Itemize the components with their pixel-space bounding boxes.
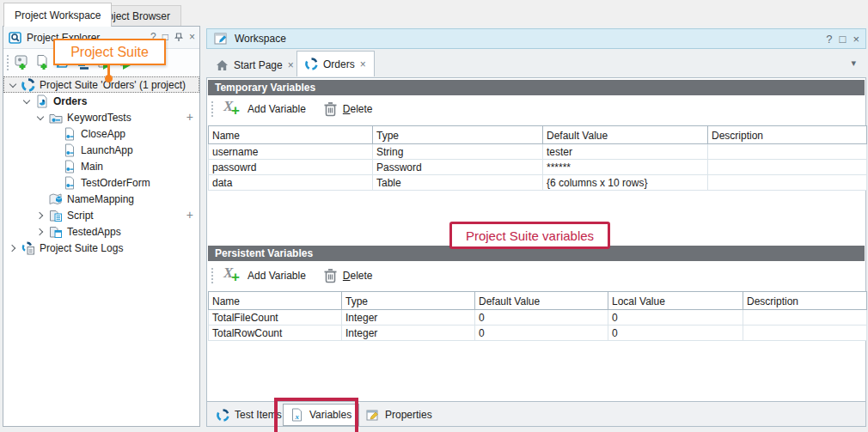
- column-header-default-value[interactable]: Default Value: [543, 126, 708, 144]
- workspace-maximize-icon[interactable]: □: [840, 33, 847, 46]
- project-suite-callout-dot: [105, 75, 113, 82]
- delete-icon[interactable]: [323, 268, 338, 283]
- cell-default-value[interactable]: 0: [475, 326, 608, 341]
- cell-type[interactable]: Table: [373, 175, 543, 191]
- tab-start-page[interactable]: Start Page ×: [208, 54, 302, 76]
- tree-item-closeapp[interactable]: CloseApp: [3, 125, 199, 142]
- add-variable-button[interactable]: Add Variable: [248, 270, 306, 282]
- cell-name[interactable]: passowrd: [209, 160, 373, 175]
- cell-name[interactable]: TotalRowCount: [209, 326, 342, 341]
- table-row[interactable]: data Table {6 columns x 10 rows}: [209, 175, 867, 191]
- test-items-icon: [217, 409, 229, 422]
- tree-item-main[interactable]: Main: [3, 158, 199, 174]
- expand-chevron-icon[interactable]: [34, 226, 46, 238]
- add-child-button[interactable]: +: [186, 209, 193, 221]
- expand-chevron-icon[interactable]: [7, 242, 19, 254]
- cell-description[interactable]: [708, 144, 867, 160]
- collapse-chevron-icon[interactable]: [21, 95, 33, 107]
- tree-item-keywordtests[interactable]: KeywordTests +: [3, 109, 199, 125]
- expand-chevron-icon[interactable]: [34, 210, 46, 222]
- table-row[interactable]: username String tester: [209, 144, 867, 160]
- cell-type[interactable]: String: [373, 144, 543, 160]
- cell-default-value[interactable]: tester: [543, 144, 708, 160]
- add-project-button[interactable]: [33, 52, 53, 73]
- tree-item-label: Project Suite Logs: [38, 242, 123, 254]
- main-tab-bar: Project Workspace Object Browser: [0, 0, 868, 26]
- toolbar-drag-handle[interactable]: [7, 55, 9, 70]
- keyword-test-icon: [63, 127, 76, 141]
- table-row[interactable]: passowrd Password ******: [209, 160, 867, 175]
- tree-item-project-suite-logs[interactable]: Project Suite Logs: [3, 240, 199, 256]
- workspace-icon: [214, 33, 228, 46]
- keyword-test-icon: [63, 160, 76, 173]
- tree-item-label: Main: [79, 161, 103, 173]
- properties-icon: [366, 409, 380, 422]
- temporary-variables-toolbar: X+ Add Variable Delete: [208, 95, 865, 123]
- cell-default-value[interactable]: {6 columns x 10 rows}: [543, 175, 708, 191]
- cell-name[interactable]: TotalFileCount: [209, 310, 342, 326]
- cell-type[interactable]: Integer: [342, 326, 475, 341]
- persistent-variables-title: Persistent Variables: [215, 247, 313, 259]
- column-header-default-value[interactable]: Default Value: [475, 292, 608, 310]
- tree-item-script[interactable]: Script +: [3, 207, 199, 223]
- add-variable-button[interactable]: Add Variable: [248, 103, 306, 115]
- delete-icon[interactable]: [323, 101, 338, 117]
- add-child-button[interactable]: +: [186, 111, 193, 123]
- tree-item-namemapping[interactable]: NameMapping: [3, 191, 199, 207]
- toolbar-drag-handle[interactable]: [211, 268, 213, 283]
- tree-item-label: Orders: [52, 95, 87, 107]
- tab-list-dropdown-icon[interactable]: ▾: [851, 58, 856, 69]
- tab-close-icon[interactable]: ×: [360, 58, 366, 70]
- collapse-chevron-icon[interactable]: [7, 79, 19, 91]
- tab-properties[interactable]: Properties: [359, 405, 439, 424]
- tab-project-workspace[interactable]: Project Workspace: [3, 3, 112, 27]
- keyword-test-icon: [63, 176, 76, 190]
- tree-item-testedapps[interactable]: TestedApps: [3, 223, 199, 240]
- cell-default-value[interactable]: ******: [543, 160, 708, 175]
- workspace-help-icon[interactable]: ?: [826, 33, 832, 46]
- tab-orders[interactable]: Orders ×: [296, 51, 375, 76]
- tree-item-label: NameMapping: [65, 193, 134, 205]
- toolbar-drag-handle[interactable]: [211, 101, 213, 117]
- tree-item-orders-project[interactable]: Orders: [3, 93, 199, 109]
- cell-local-value[interactable]: 0: [608, 310, 743, 326]
- delete-button[interactable]: Delete: [343, 270, 373, 282]
- cell-type[interactable]: Password: [373, 160, 543, 175]
- tree-item-project-suite[interactable]: Project Suite 'Orders' (1 project): [3, 76, 199, 93]
- column-header-description[interactable]: Description: [708, 126, 867, 144]
- cell-default-value[interactable]: 0: [475, 310, 608, 326]
- tree-item-launchapp[interactable]: LaunchApp: [3, 142, 199, 158]
- add-project-suite-button[interactable]: [12, 52, 33, 73]
- tab-close-icon[interactable]: ×: [288, 59, 294, 71]
- column-header-name[interactable]: Name: [209, 126, 373, 144]
- cell-local-value[interactable]: 0: [608, 326, 743, 341]
- cell-description[interactable]: [743, 310, 867, 326]
- panel-close-icon[interactable]: ×: [189, 31, 195, 43]
- cell-type[interactable]: Integer: [342, 310, 475, 326]
- add-variable-icon[interactable]: X+: [222, 267, 242, 284]
- cell-name[interactable]: data: [209, 175, 373, 191]
- project-explorer-panel: Project Explorer ? □ × ▾: [3, 26, 200, 427]
- cell-description[interactable]: [743, 326, 867, 341]
- tree-item-testorderform[interactable]: TestOrderForm: [3, 174, 199, 191]
- table-row[interactable]: TotalFileCount Integer 0 0: [209, 310, 867, 326]
- workspace-close-icon[interactable]: ×: [853, 33, 859, 46]
- panel-pin-icon[interactable]: [174, 33, 183, 42]
- variables-tab-highlight-box: [274, 398, 358, 432]
- table-row[interactable]: TotalRowCount Integer 0 0: [209, 326, 867, 341]
- column-header-description[interactable]: Description: [743, 292, 867, 310]
- cell-description[interactable]: [708, 175, 867, 191]
- workspace-panel: Workspace ? □ × Start Page × Orders × ▾ …: [204, 26, 868, 427]
- column-header-type[interactable]: Type: [373, 126, 543, 144]
- add-variable-icon[interactable]: X+: [222, 100, 242, 118]
- project-suite-icon: [305, 58, 318, 70]
- cell-description[interactable]: [708, 160, 867, 175]
- collapse-chevron-icon[interactable]: [34, 112, 46, 124]
- delete-button[interactable]: Delete: [343, 103, 373, 115]
- column-header-type[interactable]: Type: [342, 292, 475, 310]
- project-suite-callout-label: Project Suite: [70, 45, 149, 60]
- column-header-name[interactable]: Name: [209, 292, 342, 310]
- cell-name[interactable]: username: [209, 144, 373, 160]
- tab-properties-label: Properties: [385, 409, 432, 421]
- column-header-local-value[interactable]: Local Value: [608, 292, 743, 310]
